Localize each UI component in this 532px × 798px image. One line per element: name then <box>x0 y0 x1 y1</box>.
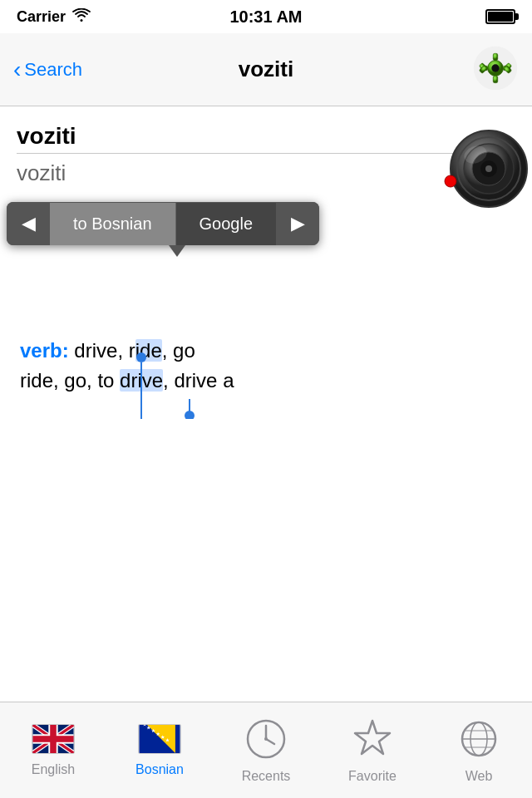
definition-area: verb: drive, ride, go ride, go, to drive… <box>17 336 515 396</box>
tab-web[interactable]: Web <box>437 717 520 784</box>
tab-web-label: Web <box>466 769 493 784</box>
tab-recents-label: Recents <box>242 769 291 784</box>
bosnian-flag-icon <box>138 724 181 757</box>
gear-button[interactable] <box>472 45 519 95</box>
popup-toolbar: ◀ to Bosnian Google ▶ <box>7 202 319 245</box>
svg-point-43 <box>264 737 268 741</box>
popup-google-button[interactable]: Google <box>175 203 277 245</box>
tab-english-label: English <box>32 762 75 777</box>
svg-rect-4 <box>493 76 498 82</box>
svg-point-22 <box>185 411 195 419</box>
svg-point-19 <box>136 352 146 362</box>
status-left: Carrier <box>17 8 91 26</box>
web-globe-icon <box>457 717 500 764</box>
tab-bosnian[interactable]: Bosnian <box>118 724 201 777</box>
battery-icon <box>485 9 515 24</box>
svg-rect-3 <box>493 53 498 60</box>
svg-point-2 <box>491 64 499 71</box>
status-time: 10:31 AM <box>229 7 302 27</box>
back-button[interactable]: ‹ Search <box>13 58 82 81</box>
svg-rect-31 <box>32 736 73 742</box>
wifi-icon <box>72 8 91 26</box>
carrier-label: Carrier <box>17 8 66 26</box>
selection-handle-top <box>135 352 148 422</box>
definition-text-after: , drive a <box>163 369 234 392</box>
popup-bg: ◀ to Bosnian Google ▶ <box>7 202 319 245</box>
back-chevron-icon: ‹ <box>13 58 21 81</box>
nav-bar: ‹ Search voziti <box>0 33 532 106</box>
tab-favorite[interactable]: Favorite <box>331 717 414 784</box>
popup-prev-button[interactable]: ◀ <box>7 202 50 245</box>
english-flag-icon <box>32 724 75 757</box>
status-right <box>485 9 515 24</box>
word-secondary: voziti <box>17 160 515 186</box>
content-area: voziti <box>0 106 532 396</box>
tab-favorite-label: Favorite <box>348 769 397 784</box>
tab-bosnian-label: Bosnian <box>135 762 184 777</box>
back-label: Search <box>24 59 82 81</box>
svg-marker-44 <box>355 721 390 754</box>
nav-title: voziti <box>239 57 293 82</box>
gear-icon <box>472 45 519 91</box>
popup-to-bosnian-button[interactable]: to Bosnian <box>50 203 175 245</box>
tab-recents[interactable]: Recents <box>224 717 308 784</box>
tab-bar: English Bosnian <box>0 702 532 798</box>
popup-next-button[interactable]: ▶ <box>276 202 319 245</box>
selection-handle-bottom <box>183 399 196 422</box>
part-of-speech: verb: <box>20 339 69 362</box>
favorite-star-icon <box>351 717 394 764</box>
definition-text-line1: drive, <box>69 339 129 362</box>
tab-english[interactable]: English <box>12 724 95 777</box>
popup-caret <box>169 245 185 257</box>
recents-clock-icon <box>244 717 288 764</box>
definition-text-line2: ride, go, to <box>20 369 120 392</box>
status-bar: Carrier 10:31 AM <box>0 0 532 33</box>
